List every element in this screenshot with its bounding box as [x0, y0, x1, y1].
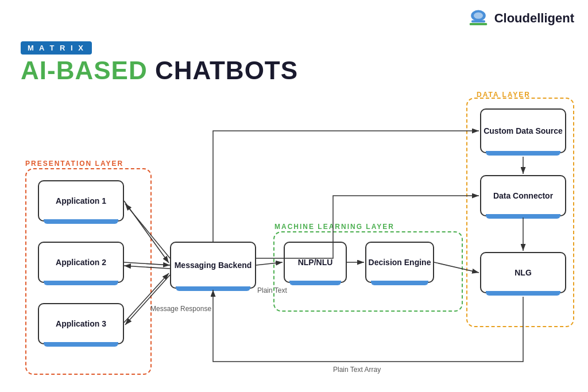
app1-box: Application 1 — [38, 180, 124, 222]
messaging-box: Messaging Backend — [170, 242, 256, 289]
svg-point-1 — [474, 13, 483, 19]
title-green: AI-BASED — [21, 56, 148, 84]
presentation-layer-label: PRESENTATION LAYER — [25, 160, 123, 168]
app2-box: Application 2 — [38, 242, 124, 283]
message-response-label: Message Response — [150, 304, 211, 314]
matrix-badge: M A T R I X — [21, 41, 92, 55]
plain-text-array-label: Plain Text Array — [333, 366, 381, 374]
logo-text: Cloudelligent — [494, 11, 574, 26]
nlg-box: NLG — [480, 252, 566, 293]
svg-rect-2 — [471, 20, 485, 22]
data-connector-box: Data Connector — [480, 175, 566, 216]
title-black: CHATBOTS — [148, 56, 298, 84]
app3-box: Application 3 — [38, 303, 124, 344]
logo-area: Cloudelligent — [467, 9, 574, 28]
logo-icon — [467, 9, 490, 28]
nlp-box: NLP/NLU — [284, 242, 347, 283]
page: Cloudelligent M A T R I X AI-BASED CHATB… — [0, 0, 588, 392]
custom-data-box: Custom Data Source — [480, 108, 566, 153]
svg-rect-3 — [469, 23, 486, 25]
ml-layer-label: MACHINE LEARNING LAYER — [274, 223, 394, 231]
decision-box: Decision Engine — [365, 242, 434, 283]
plain-text-label: Plain Text — [257, 286, 287, 296]
main-title: AI-BASED CHATBOTS — [21, 56, 298, 85]
